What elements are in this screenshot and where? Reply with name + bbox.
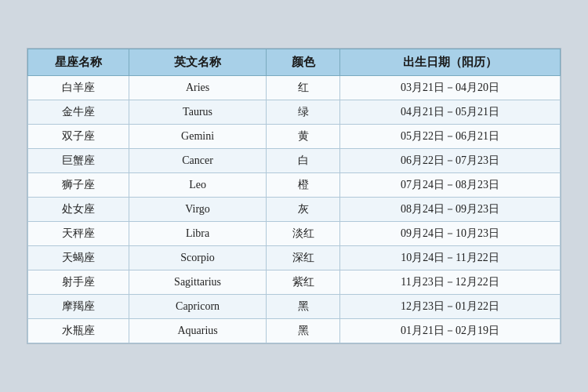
cell-en: Aquarius [129, 319, 267, 343]
cell-cn: 水瓶座 [28, 319, 129, 343]
cell-color: 红 [267, 76, 340, 100]
cell-date: 06月22日－07月23日 [340, 149, 561, 173]
table-row: 金牛座Taurus绿04月21日－05月21日 [28, 100, 561, 125]
cell-cn: 摩羯座 [28, 295, 129, 319]
cell-cn: 金牛座 [28, 100, 129, 125]
cell-date: 04月21日－05月21日 [340, 100, 561, 125]
table-row: 巨蟹座Cancer白06月22日－07月23日 [28, 149, 561, 173]
table-row: 处女座Virgo灰08月24日－09月23日 [28, 198, 561, 222]
table-row: 天蝎座Scorpio深红10月24日－11月22日 [28, 246, 561, 270]
header-color: 颜色 [267, 49, 340, 76]
cell-cn: 处女座 [28, 198, 129, 222]
cell-date: 01月21日－02月19日 [340, 319, 561, 343]
cell-color: 灰 [267, 198, 340, 222]
cell-date: 10月24日－11月22日 [340, 246, 561, 270]
cell-cn: 狮子座 [28, 173, 129, 198]
zodiac-table: 星座名称 英文名称 颜色 出生日期（阳历） 白羊座Aries红03月21日－04… [27, 49, 561, 343]
cell-en: Cancer [129, 149, 267, 173]
cell-en: Aries [129, 76, 267, 100]
table-row: 白羊座Aries红03月21日－04月20日 [28, 76, 561, 100]
header-date: 出生日期（阳历） [340, 49, 561, 76]
cell-date: 11月23日－12月22日 [340, 270, 561, 295]
table-header-row: 星座名称 英文名称 颜色 出生日期（阳历） [28, 49, 561, 76]
cell-color: 橙 [267, 173, 340, 198]
cell-date: 12月23日－01月22日 [340, 295, 561, 319]
cell-color: 黄 [267, 125, 340, 149]
table-row: 水瓶座Aquarius黑01月21日－02月19日 [28, 319, 561, 343]
cell-color: 白 [267, 149, 340, 173]
cell-date: 05月22日－06月21日 [340, 125, 561, 149]
cell-en: Taurus [129, 100, 267, 125]
zodiac-table-wrapper: 星座名称 英文名称 颜色 出生日期（阳历） 白羊座Aries红03月21日－04… [27, 48, 561, 344]
cell-date: 08月24日－09月23日 [340, 198, 561, 222]
header-cn: 星座名称 [28, 49, 129, 76]
cell-color: 黑 [267, 319, 340, 343]
cell-en: Sagittarius [129, 270, 267, 295]
cell-date: 09月24日－10月23日 [340, 222, 561, 246]
cell-cn: 射手座 [28, 270, 129, 295]
table-row: 摩羯座Capricorn黑12月23日－01月22日 [28, 295, 561, 319]
cell-en: Gemini [129, 125, 267, 149]
table-row: 双子座Gemini黄05月22日－06月21日 [28, 125, 561, 149]
cell-cn: 天蝎座 [28, 246, 129, 270]
cell-color: 黑 [267, 295, 340, 319]
cell-color: 绿 [267, 100, 340, 125]
cell-date: 07月24日－08月23日 [340, 173, 561, 198]
cell-cn: 白羊座 [28, 76, 129, 100]
cell-cn: 巨蟹座 [28, 149, 129, 173]
cell-en: Leo [129, 173, 267, 198]
table-row: 天秤座Libra淡红09月24日－10月23日 [28, 222, 561, 246]
header-en: 英文名称 [129, 49, 267, 76]
cell-en: Virgo [129, 198, 267, 222]
cell-en: Libra [129, 222, 267, 246]
cell-cn: 天秤座 [28, 222, 129, 246]
table-row: 狮子座Leo橙07月24日－08月23日 [28, 173, 561, 198]
cell-date: 03月21日－04月20日 [340, 76, 561, 100]
cell-en: Scorpio [129, 246, 267, 270]
cell-color: 淡红 [267, 222, 340, 246]
cell-color: 紫红 [267, 270, 340, 295]
cell-color: 深红 [267, 246, 340, 270]
cell-cn: 双子座 [28, 125, 129, 149]
cell-en: Capricorn [129, 295, 267, 319]
table-row: 射手座Sagittarius紫红11月23日－12月22日 [28, 270, 561, 295]
